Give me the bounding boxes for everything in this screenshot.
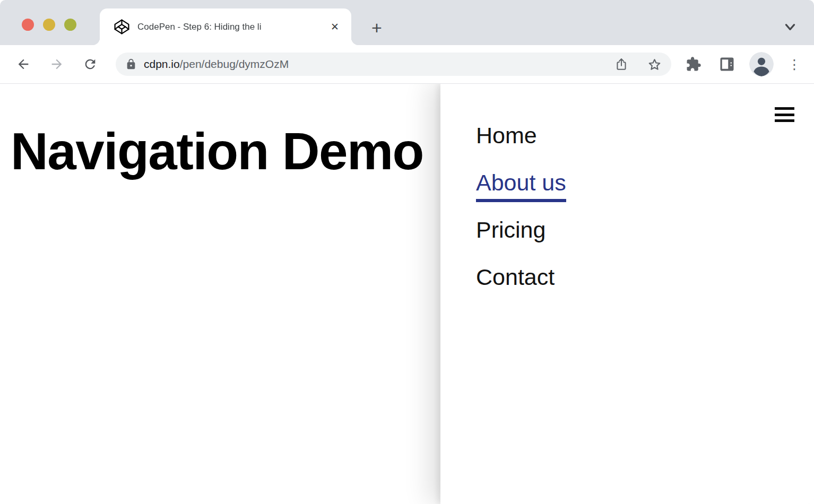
tab-strip: CodePen - Step 6: Hiding the li ✕ + — [0, 0, 814, 45]
browser-tab[interactable]: CodePen - Step 6: Hiding the li ✕ — [100, 8, 351, 45]
browser-toolbar: cdpn.io/pen/debug/dymzOzM — [0, 45, 814, 84]
back-arrow-icon[interactable] — [12, 53, 35, 76]
share-icon[interactable] — [612, 55, 631, 74]
browser-window: CodePen - Step 6: Hiding the li ✕ + — [0, 0, 814, 504]
forward-arrow-icon[interactable] — [45, 53, 68, 76]
nav-drawer: Home About us Pricing Contact — [440, 84, 814, 504]
url-text: cdpn.io/pen/debug/dymzOzM — [144, 58, 612, 71]
nav-link-pricing[interactable]: Pricing — [476, 217, 545, 242]
codepen-logo-icon — [114, 19, 130, 35]
reload-icon[interactable] — [79, 53, 102, 76]
star-icon[interactable] — [645, 55, 664, 74]
hamburger-menu-icon[interactable] — [775, 107, 794, 122]
nav-item: Contact — [476, 266, 814, 289]
chevron-down-icon[interactable] — [783, 21, 797, 33]
new-tab-button[interactable]: + — [367, 18, 386, 37]
lock-icon[interactable] — [125, 58, 137, 70]
nav-link-home[interactable]: Home — [476, 123, 537, 148]
address-bar[interactable]: cdpn.io/pen/debug/dymzOzM — [116, 53, 671, 76]
url-domain: cdpn.io — [144, 58, 180, 70]
profile-avatar-icon[interactable] — [749, 52, 774, 76]
tab-title: CodePen - Step 6: Hiding the li — [137, 22, 327, 32]
window-controls — [22, 19, 76, 31]
nav-item: About us — [476, 171, 814, 194]
nav-link-about-us[interactable]: About us — [476, 171, 566, 202]
nav-item: Home — [476, 124, 814, 147]
nav-link-contact[interactable]: Contact — [476, 264, 555, 290]
side-panel-icon[interactable] — [716, 53, 738, 75]
nav-item: Pricing — [476, 219, 814, 241]
url-path: /pen/debug/dymzOzM — [180, 58, 289, 70]
tab-close-icon[interactable]: ✕ — [327, 19, 343, 35]
extensions-puzzle-icon[interactable] — [682, 53, 705, 75]
overflow-menu-icon[interactable]: ⋮ — [786, 53, 802, 75]
site-nav: Home About us Pricing Contact — [476, 124, 814, 289]
page-content: Navigation Demo Home About us Pricing Co… — [0, 84, 814, 504]
minimize-window-button[interactable] — [43, 19, 55, 31]
close-window-button[interactable] — [22, 19, 34, 31]
fullscreen-window-button[interactable] — [64, 19, 76, 31]
